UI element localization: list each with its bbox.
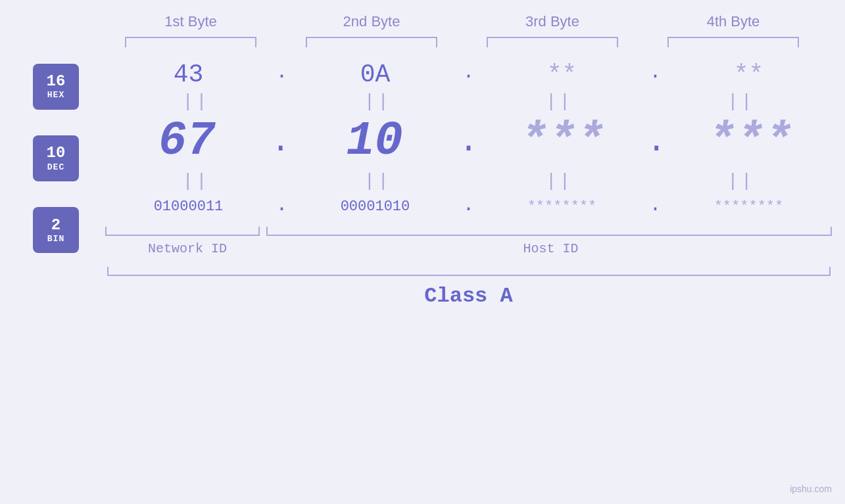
host-id-label: Host ID (270, 241, 832, 256)
bin-value-4: ******** (714, 198, 784, 215)
big-bracket-container (107, 267, 831, 276)
equals-cell-2-4: || (669, 171, 813, 191)
badge-bin: 2 BIN (33, 207, 79, 253)
equals-cell-2-1: || (124, 171, 268, 191)
bin-row: 01000011 . 00001010 . ******** . *******… (92, 194, 845, 219)
bin-value-2: 00001010 (341, 198, 410, 215)
byte-header-1: 1st Byte (118, 13, 263, 30)
dec-row: 67 . 10 . *** . *** (92, 114, 845, 168)
bin-cell-4: ******** (676, 198, 821, 215)
hex-cell-3: ** (489, 60, 634, 89)
bottom-brackets (92, 227, 845, 236)
bin-cell-1: 01000011 (116, 198, 260, 215)
big-bracket (107, 267, 831, 276)
dec-cell-2: 10 (302, 114, 447, 168)
class-label: Class A (107, 284, 831, 308)
equals-row-1: || || || || (92, 91, 845, 112)
equals-cell-1-2: || (305, 91, 450, 112)
badge-dec: 10 DEC (33, 135, 79, 181)
hex-cell-1: 43 (116, 60, 260, 89)
host-bottom-bracket (266, 227, 832, 236)
dec-cell-1: 67 (114, 114, 259, 168)
main-container: 1st Byte 2nd Byte 3rd Byte 4th Byte 16 H… (0, 0, 845, 504)
dot-dec-2: . (458, 123, 478, 168)
dot-bin-2: . (462, 194, 474, 219)
equals-cell-1-1: || (124, 91, 268, 112)
dec-value-1: 67 (158, 114, 215, 168)
id-labels: Network ID Host ID (92, 241, 845, 256)
dot-dec-3: . (646, 123, 666, 168)
badge-hex-label: HEX (47, 90, 64, 100)
badge-dec-number: 10 (47, 145, 66, 162)
hex-cell-4: ** (676, 60, 821, 89)
hex-value-4: ** (734, 60, 764, 89)
dot-hex-1: . (276, 61, 287, 89)
bracket-1 (125, 37, 256, 47)
equals-row-2: || || || || (92, 171, 845, 191)
equals-cell-1-4: || (669, 91, 813, 112)
badges-column: 16 HEX 10 DEC 2 BIN (0, 60, 92, 256)
dot-dec-1: . (271, 123, 291, 168)
bracket-3 (487, 37, 618, 47)
dec-value-2: 10 (346, 114, 402, 168)
bracket-4 (667, 37, 799, 47)
dot-hex-3: . (649, 61, 661, 89)
hex-value-2: 0A (360, 60, 391, 89)
badge-dec-label: DEC (47, 162, 64, 172)
dot-hex-2: . (462, 61, 474, 89)
equals-cell-2-3: || (487, 171, 632, 191)
equals-cell-2-2: || (305, 171, 450, 191)
badge-bin-label: BIN (47, 234, 64, 244)
byte-header-4: 4th Byte (661, 13, 806, 30)
dec-cell-3: *** (490, 114, 635, 168)
dec-cell-4: *** (678, 114, 823, 168)
equals-cell-1-3: || (487, 91, 632, 112)
badge-hex: 16 HEX (33, 64, 79, 110)
dec-value-4: *** (708, 114, 793, 168)
top-brackets (101, 37, 824, 47)
hex-value-3: ** (547, 60, 577, 89)
hex-value-1: 43 (174, 60, 204, 89)
network-bottom-bracket (105, 227, 260, 236)
byte-header-2: 2nd Byte (299, 13, 444, 30)
byte-headers: 1st Byte 2nd Byte 3rd Byte 4th Byte (101, 13, 824, 30)
bin-cell-3: ******** (489, 198, 634, 215)
bracket-2 (306, 37, 437, 47)
bin-value-1: 01000011 (154, 198, 224, 215)
bin-cell-2: 00001010 (302, 198, 447, 215)
bin-value-3: ******** (527, 198, 597, 215)
badge-hex-number: 16 (47, 73, 66, 90)
dot-bin-3: . (649, 194, 661, 219)
network-id-label: Network ID (105, 241, 270, 256)
watermark: ipshu.com (790, 484, 832, 494)
hex-row: 43 . 0A . ** . ** (92, 60, 845, 89)
hex-cell-2: 0A (302, 60, 447, 89)
rows-container: 43 . 0A . ** . ** || || || || (92, 60, 845, 256)
badge-bin-number: 2 (51, 217, 60, 234)
dec-value-3: *** (520, 114, 606, 168)
byte-header-3: 3rd Byte (480, 13, 625, 30)
dot-bin-1: . (276, 194, 287, 219)
